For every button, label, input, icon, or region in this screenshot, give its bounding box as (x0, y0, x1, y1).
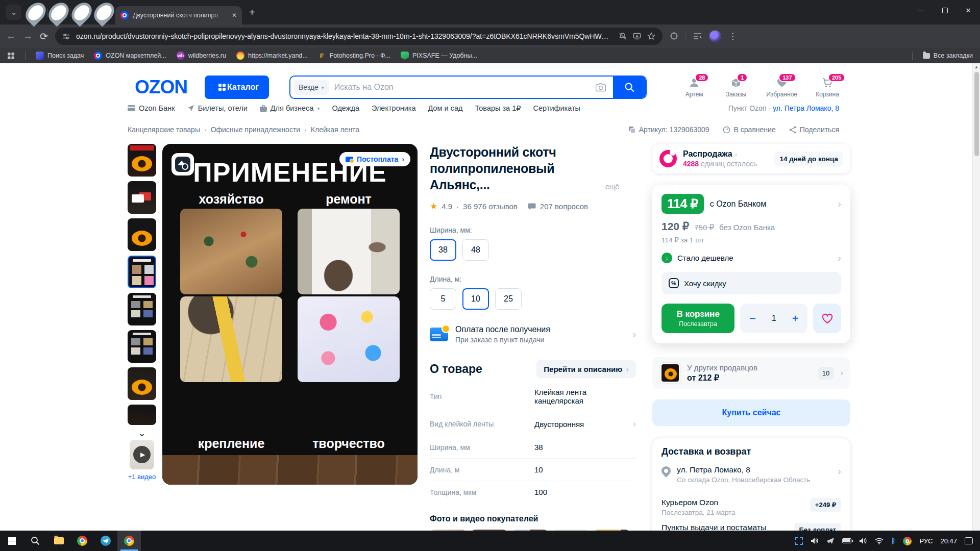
tab-close-icon[interactable]: ✕ (232, 12, 237, 19)
length-option[interactable]: 5 (430, 288, 456, 310)
gallery-thumbnail[interactable] (128, 181, 156, 214)
file-explorer-button[interactable] (47, 531, 70, 551)
gallery-thumbnail[interactable] (128, 367, 156, 400)
reviews-count[interactable]: 36 976 отзывов (463, 202, 518, 211)
video-thumbnail[interactable]: ▶ (130, 440, 154, 469)
nav-item-ozon-bank[interactable]: Ozon Банк (128, 104, 175, 112)
length-option[interactable]: 25 (495, 288, 522, 310)
minimize-button[interactable]: — (910, 0, 933, 20)
rating-row[interactable]: ★ 4.9 · 36 976 отзывов 207 вопросов (430, 201, 636, 212)
scroll-up-arrow[interactable]: ▲ (973, 63, 980, 71)
install-icon[interactable] (633, 32, 641, 40)
compare-button[interactable]: В сравнение (723, 126, 776, 134)
product-image[interactable]: Постоплата› ПРИМЕНЕНИЕ хозяйство ремонт … (162, 144, 418, 485)
breadcrumb-item[interactable]: Офисные принадлежности (211, 126, 301, 134)
cart-button[interactable]: 205 Корзина (816, 77, 839, 98)
favorites-button[interactable]: 137 Избранное (766, 77, 797, 98)
ugc-video[interactable]: ▶ (552, 530, 590, 531)
postpay-row[interactable]: Оплата после получения При заказе в пунк… (430, 325, 636, 344)
bookmark-item[interactable]: wbwildberries.ru (177, 52, 226, 60)
new-tab-button[interactable]: + (249, 7, 255, 18)
scrollbar-thumb[interactable] (974, 72, 979, 156)
ugc-video[interactable]: ▶ (430, 530, 467, 531)
price-with-bank-row[interactable]: 114 ₽ с Ozon Банком › (662, 194, 841, 214)
chrome-tray-icon[interactable] (903, 537, 912, 545)
pinned-tab-2[interactable] (44, 0, 72, 27)
thumbnails-scroll-down[interactable]: ⌄ (138, 431, 145, 436)
volume-icon[interactable] (811, 537, 819, 544)
pinned-tab-shield[interactable] (90, 0, 118, 27)
delivery-address-row[interactable]: ул. Петра Ломако, 8 Со склада Ozon, Ново… (662, 465, 841, 491)
nav-item-1rub[interactable]: Товары за 1₽ (475, 104, 521, 112)
media-controls-icon[interactable] (693, 33, 702, 40)
taskbar-search-button[interactable] (23, 531, 47, 551)
gallery-thumbnail[interactable] (128, 405, 156, 425)
pickup-point[interactable]: Пункт Ozon · ул. Петра Ломако, 8 (728, 104, 839, 112)
sale-card[interactable]: Распродажа› 4288 единиц осталось 14 дней… (652, 144, 850, 173)
nav-item-electronics[interactable]: Электроника (372, 104, 416, 112)
width-option[interactable]: 48 (462, 239, 489, 261)
share-button[interactable]: Поделиться (789, 126, 839, 134)
bookmark-star-icon[interactable] (647, 32, 655, 40)
photo-search-icon[interactable] (172, 153, 194, 176)
close-window-button[interactable]: ✕ (957, 0, 980, 20)
buy-now-button[interactable]: Купить сейчас (652, 399, 850, 426)
back-button[interactable]: ← (6, 31, 16, 42)
quantity-increase-button[interactable]: + (792, 312, 798, 324)
nav-item-home-garden[interactable]: Дом и сад (428, 104, 463, 112)
questions-count[interactable]: 207 вопросов (540, 202, 588, 211)
account-button[interactable]: 28 Артём (682, 77, 706, 98)
volume-icon-2[interactable] (859, 537, 867, 544)
goto-description-button[interactable]: Перейти к описанию› (536, 360, 636, 378)
language-indicator[interactable]: РУС (919, 537, 933, 545)
ozon-logo[interactable]: OZON (135, 77, 187, 98)
bookmark-item[interactable]: OZON маркетплей... (94, 52, 166, 60)
site-info-icon[interactable] (62, 33, 70, 40)
bluetooth-icon[interactable]: ᛒ (891, 537, 895, 545)
profile-avatar[interactable] (709, 30, 721, 42)
bookmark-item[interactable]: PIXSAFE — Удобны... (401, 52, 477, 60)
length-option-selected[interactable]: 10 (462, 288, 489, 310)
breadcrumb-item[interactable]: Клейкая лента (311, 126, 359, 134)
chrome-taskbar-button[interactable] (70, 531, 94, 551)
catalog-button[interactable]: Каталог (205, 76, 269, 99)
pinned-tab-youtube[interactable] (67, 0, 95, 27)
title-more-link[interactable]: ещё (605, 183, 619, 193)
nav-item-tickets[interactable]: Билеты, отели (187, 104, 248, 112)
nav-item-certificates[interactable]: Сертификаты (533, 104, 580, 112)
gallery-thumbnail-selected[interactable] (128, 256, 156, 288)
orders-button[interactable]: 1 Заказы (724, 77, 748, 98)
url-text[interactable]: ozon.ru/product/dvustoronniy-skotch-poli… (76, 32, 612, 40)
gallery-thumbnail[interactable] (128, 218, 156, 251)
start-button[interactable] (0, 531, 23, 551)
gallery-thumbnail[interactable] (128, 144, 156, 177)
add-to-cart-button[interactable]: В корзине Послезавтра (662, 304, 734, 333)
bookmark-item[interactable]: FFotohosting.Pro - Ф... (318, 52, 390, 60)
bookmark-item[interactable]: Поиск задач (36, 52, 84, 60)
article-copy[interactable]: Артикул: 1329063009 (628, 126, 709, 134)
maximize-button[interactable] (933, 0, 957, 20)
notifications-blocked-icon[interactable] (619, 32, 627, 40)
search-input[interactable] (334, 83, 596, 92)
page-scrollbar[interactable]: ▲ (972, 63, 980, 531)
price-drop-row[interactable]: ↓ Стало дешевле › (662, 252, 841, 264)
quantity-decrease-button[interactable]: − (749, 312, 755, 324)
browser-menu-icon[interactable]: ⋮ (728, 31, 737, 42)
notification-center-icon[interactable] (965, 537, 973, 544)
pinned-tab-1[interactable] (21, 0, 50, 27)
postpaid-badge[interactable]: Постоплата› (339, 152, 410, 166)
clock[interactable]: 20:47 (940, 537, 957, 545)
search-scope-dropdown[interactable]: Везде▾ (293, 80, 329, 95)
telegram-taskbar-button[interactable] (94, 531, 117, 551)
nav-item-clothes[interactable]: Одежда (332, 104, 359, 112)
bookmark-item[interactable]: https://market.yand... (236, 52, 308, 60)
ugc-video[interactable]: ▶ (511, 530, 549, 531)
apps-grid-icon[interactable] (7, 52, 15, 60)
spec-row[interactable]: Вид клейкой лентыДвусторонняя› (430, 412, 636, 436)
all-bookmarks-button[interactable]: Все закладки (923, 52, 973, 59)
wifi-icon[interactable] (875, 538, 884, 544)
width-option-selected[interactable]: 38 (430, 239, 456, 261)
forward-button[interactable]: → (23, 31, 33, 42)
url-bar[interactable]: ozon.ru/product/dvustoronniy-skotch-poli… (55, 28, 663, 45)
chrome-active-taskbar-button[interactable] (117, 531, 141, 551)
